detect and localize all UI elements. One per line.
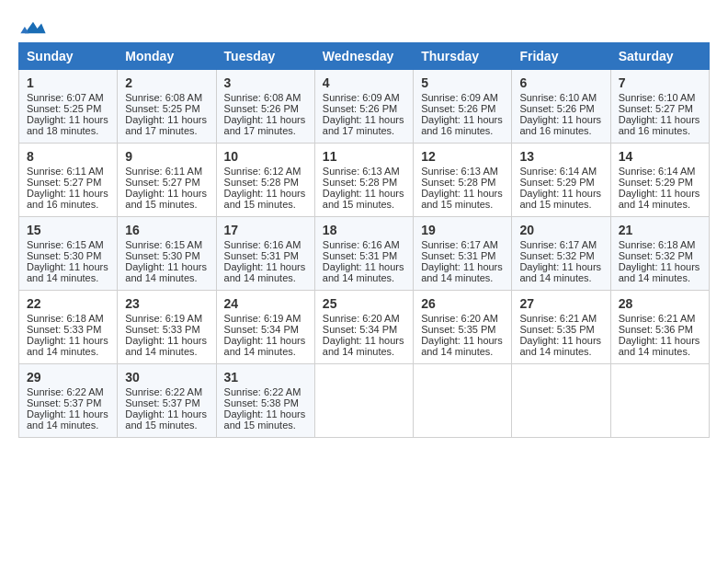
sunset-label: Sunset: 5:35 PM [421, 324, 495, 335]
day-number: 1 [27, 75, 109, 90]
calendar-cell: 27 Sunrise: 6:21 AM Sunset: 5:35 PM Dayl… [512, 291, 610, 364]
calendar-cell: 22 Sunrise: 6:18 AM Sunset: 5:33 PM Dayl… [19, 291, 118, 364]
calendar-cell: 26 Sunrise: 6:20 AM Sunset: 5:35 PM Dayl… [414, 291, 512, 364]
weekday-header-tuesday: Tuesday [216, 43, 314, 70]
daylight-label: Daylight: 11 hours and 14 minutes. [27, 335, 108, 357]
sunset-label: Sunset: 5:30 PM [27, 250, 101, 261]
day-number: 19 [421, 223, 504, 237]
daylight-label: Daylight: 11 hours and 14 minutes. [519, 335, 601, 357]
sunset-label: Sunset: 5:30 PM [125, 250, 199, 261]
sunrise-label: Sunrise: 6:17 AM [519, 239, 597, 250]
daylight-label: Daylight: 11 hours and 17 minutes. [224, 114, 306, 136]
sunrise-label: Sunrise: 6:12 AM [224, 166, 301, 177]
sunset-label: Sunset: 5:26 PM [421, 103, 495, 114]
calendar-cell [512, 364, 610, 438]
day-number: 11 [323, 149, 405, 164]
day-number: 20 [519, 223, 602, 237]
sunrise-label: Sunrise: 6:09 AM [421, 92, 498, 103]
daylight-label: Daylight: 11 hours and 15 minutes. [125, 188, 207, 210]
daylight-label: Daylight: 11 hours and 16 minutes. [27, 188, 108, 210]
sunrise-label: Sunrise: 6:08 AM [125, 92, 202, 103]
sunrise-label: Sunrise: 6:22 AM [224, 386, 301, 397]
daylight-label: Daylight: 11 hours and 14 minutes. [224, 261, 306, 283]
day-number: 14 [619, 149, 701, 164]
day-number: 21 [619, 223, 701, 237]
weekday-header-sunday: Sunday [19, 43, 118, 70]
sunset-label: Sunset: 5:34 PM [323, 324, 397, 335]
calendar-cell: 25 Sunrise: 6:20 AM Sunset: 5:34 PM Dayl… [314, 291, 413, 364]
calendar-cell: 24 Sunrise: 6:19 AM Sunset: 5:34 PM Dayl… [216, 291, 314, 364]
calendar-week-row-3: 15 Sunrise: 6:15 AM Sunset: 5:30 PM Dayl… [19, 217, 710, 291]
logo-text [18, 18, 46, 37]
calendar-table: SundayMondayTuesdayWednesdayThursdayFrid… [18, 42, 710, 438]
sunrise-label: Sunrise: 6:10 AM [519, 92, 597, 103]
calendar-cell: 23 Sunrise: 6:19 AM Sunset: 5:33 PM Dayl… [118, 291, 216, 364]
weekday-header-thursday: Thursday [414, 43, 512, 70]
sunset-label: Sunset: 5:34 PM [224, 324, 299, 335]
sunset-label: Sunset: 5:27 PM [619, 103, 693, 114]
sunrise-label: Sunrise: 6:14 AM [519, 166, 597, 177]
calendar-cell: 4 Sunrise: 6:09 AM Sunset: 5:26 PM Dayli… [314, 70, 413, 144]
daylight-label: Daylight: 11 hours and 16 minutes. [619, 114, 700, 136]
sunrise-label: Sunrise: 6:11 AM [27, 166, 104, 177]
calendar-week-row-2: 8 Sunrise: 6:11 AM Sunset: 5:27 PM Dayli… [19, 144, 710, 217]
daylight-label: Daylight: 11 hours and 16 minutes. [421, 114, 503, 136]
sunset-label: Sunset: 5:29 PM [519, 177, 594, 188]
sunrise-label: Sunrise: 6:11 AM [125, 166, 202, 177]
sunset-label: Sunset: 5:25 PM [125, 103, 199, 114]
calendar-cell: 15 Sunrise: 6:15 AM Sunset: 5:30 PM Dayl… [19, 217, 118, 291]
calendar-cell: 28 Sunrise: 6:21 AM Sunset: 5:36 PM Dayl… [610, 291, 709, 364]
day-number: 6 [519, 75, 602, 90]
logo [18, 18, 46, 33]
sunset-label: Sunset: 5:31 PM [421, 250, 495, 261]
daylight-label: Daylight: 11 hours and 15 minutes. [519, 188, 601, 210]
sunset-label: Sunset: 5:31 PM [224, 250, 299, 261]
calendar-cell [414, 364, 512, 438]
day-number: 13 [519, 149, 602, 164]
sunset-label: Sunset: 5:26 PM [323, 103, 397, 114]
weekday-header-friday: Friday [512, 43, 610, 70]
sunset-label: Sunset: 5:38 PM [224, 397, 299, 408]
calendar-cell: 16 Sunrise: 6:15 AM Sunset: 5:30 PM Dayl… [118, 217, 216, 291]
calendar-cell: 10 Sunrise: 6:12 AM Sunset: 5:28 PM Dayl… [216, 144, 314, 217]
sunset-label: Sunset: 5:37 PM [27, 397, 101, 408]
weekday-header-monday: Monday [118, 43, 216, 70]
day-number: 8 [27, 149, 109, 164]
day-number: 2 [125, 75, 208, 90]
daylight-label: Daylight: 11 hours and 14 minutes. [619, 261, 700, 283]
daylight-label: Daylight: 11 hours and 14 minutes. [27, 408, 108, 431]
calendar-cell: 29 Sunrise: 6:22 AM Sunset: 5:37 PM Dayl… [19, 364, 118, 438]
calendar-week-row-4: 22 Sunrise: 6:18 AM Sunset: 5:33 PM Dayl… [19, 291, 710, 364]
sunset-label: Sunset: 5:28 PM [421, 177, 495, 188]
sunrise-label: Sunrise: 6:18 AM [619, 239, 696, 250]
calendar-cell: 1 Sunrise: 6:07 AM Sunset: 5:25 PM Dayli… [19, 70, 118, 144]
sunrise-label: Sunrise: 6:16 AM [224, 239, 301, 250]
day-number: 15 [27, 223, 109, 237]
calendar-cell [314, 364, 413, 438]
daylight-label: Daylight: 11 hours and 17 minutes. [323, 114, 404, 136]
sunrise-label: Sunrise: 6:21 AM [519, 313, 597, 324]
daylight-label: Daylight: 11 hours and 14 minutes. [125, 335, 207, 357]
sunrise-label: Sunrise: 6:21 AM [619, 313, 696, 324]
day-number: 17 [224, 223, 307, 237]
weekday-header-row: SundayMondayTuesdayWednesdayThursdayFrid… [19, 43, 710, 70]
calendar-cell: 5 Sunrise: 6:09 AM Sunset: 5:26 PM Dayli… [414, 70, 512, 144]
calendar-cell: 8 Sunrise: 6:11 AM Sunset: 5:27 PM Dayli… [19, 144, 118, 217]
day-number: 9 [125, 149, 208, 164]
sunrise-label: Sunrise: 6:15 AM [27, 239, 104, 250]
daylight-label: Daylight: 11 hours and 14 minutes. [421, 261, 503, 283]
calendar-cell: 3 Sunrise: 6:08 AM Sunset: 5:26 PM Dayli… [216, 70, 314, 144]
calendar-cell: 12 Sunrise: 6:13 AM Sunset: 5:28 PM Dayl… [414, 144, 512, 217]
sunrise-label: Sunrise: 6:08 AM [224, 92, 301, 103]
day-number: 30 [125, 370, 208, 385]
calendar-cell: 11 Sunrise: 6:13 AM Sunset: 5:28 PM Dayl… [314, 144, 413, 217]
day-number: 22 [27, 296, 109, 311]
daylight-label: Daylight: 11 hours and 14 minutes. [323, 261, 404, 283]
calendar-cell: 17 Sunrise: 6:16 AM Sunset: 5:31 PM Dayl… [216, 217, 314, 291]
calendar-cell: 21 Sunrise: 6:18 AM Sunset: 5:32 PM Dayl… [610, 217, 709, 291]
day-number: 16 [125, 223, 208, 237]
sunrise-label: Sunrise: 6:22 AM [125, 386, 202, 397]
sunrise-label: Sunrise: 6:19 AM [125, 313, 202, 324]
calendar-cell: 6 Sunrise: 6:10 AM Sunset: 5:26 PM Dayli… [512, 70, 610, 144]
calendar-cell: 9 Sunrise: 6:11 AM Sunset: 5:27 PM Dayli… [118, 144, 216, 217]
